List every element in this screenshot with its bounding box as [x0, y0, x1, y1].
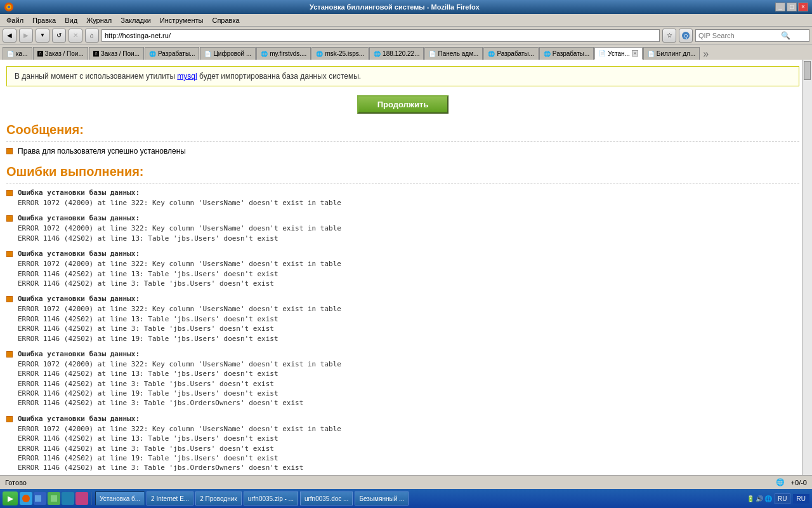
message-bullet	[6, 148, 13, 154]
title-bar: Установка биллинговой системы - Mozilla …	[0, 0, 812, 14]
error-block-5: Ошибка установки базы данных: ERROR 1072…	[6, 415, 799, 475]
tab-msk[interactable]: 🌐 msk-25.isps...	[311, 47, 369, 60]
error-block-4: Ошибка установки базы данных: ERROR 1072…	[6, 350, 799, 408]
error-content-0: Ошибка установки базы данных: ERROR 1072…	[18, 189, 341, 208]
window-controls[interactable]: _ □ ×	[775, 3, 808, 11]
window-title: Установка биллинговой системы - Mozilla …	[14, 3, 775, 11]
error-block-0: Ошибка установки базы данных: ERROR 1072…	[6, 189, 799, 208]
scrollbar-thumb[interactable]	[804, 61, 811, 80]
menu-journal[interactable]: Журнал	[82, 16, 115, 25]
status-text: Готово	[5, 479, 27, 486]
error-content-2: Ошибка установки базы данных: ERROR 1072…	[18, 250, 341, 288]
errors-section: Ошибка установки базы данных: ERROR 1072…	[6, 183, 799, 475]
scrollbar[interactable]	[802, 60, 812, 475]
close-button[interactable]: ×	[798, 3, 808, 11]
error-block-2: Ошибка установки базы данных: ERROR 1072…	[6, 250, 799, 288]
tab-icon: 🌐	[316, 51, 323, 57]
tab-zakaz2[interactable]: 🅰 Заказ / Пои...	[89, 47, 144, 60]
firefox-icon	[4, 2, 14, 12]
back-button[interactable]: ◀	[3, 29, 16, 43]
svg-text:Q: Q	[684, 33, 688, 39]
tab-razrab2[interactable]: 🌐 Разрабаты...	[483, 47, 538, 60]
menu-file[interactable]: Файл	[3, 16, 27, 25]
tab-billing[interactable]: 📄 Биллинг дл...	[643, 47, 700, 60]
status-right: 🌐 +0/-0	[776, 478, 807, 486]
error-bullet	[6, 251, 13, 257]
tab-icon: 🌐	[544, 51, 551, 57]
tab-icon: 📄	[204, 51, 211, 57]
errors-title: Ошибки выполнения:	[6, 164, 799, 179]
error-bullet	[6, 296, 13, 302]
tab-panel[interactable]: 📄 Панель адм...	[424, 47, 483, 60]
page-content: В данный момент с использованием утилиты…	[0, 60, 812, 475]
tab-razrab3[interactable]: 🌐 Разрабаты...	[539, 47, 594, 60]
menu-bookmarks[interactable]: Закладки	[117, 16, 155, 25]
tab-icon: 📄	[7, 51, 14, 57]
error-block-3: Ошибка установки базы данных: ERROR 1072…	[6, 295, 799, 344]
error-content-4: Ошибка установки базы данных: ERROR 1072…	[18, 350, 341, 408]
menu-view[interactable]: Вид	[61, 16, 81, 25]
new-tab-button[interactable]: »	[703, 48, 709, 60]
search-box: 🔍	[695, 29, 809, 42]
menu-tools[interactable]: Инструменты	[156, 16, 207, 25]
maximize-button[interactable]: □	[787, 3, 797, 11]
info-text-after: будет импортированна база данных системы…	[199, 72, 361, 81]
tab-zakaz1[interactable]: 🅰 Заказ / Пои...	[33, 47, 88, 60]
minimize-button[interactable]: _	[775, 3, 785, 11]
status-globe: 🌐	[776, 478, 785, 486]
qip-icon: Q	[679, 29, 693, 43]
tab-icon: 🌐	[374, 51, 381, 57]
menu-help[interactable]: Справка	[208, 16, 243, 25]
error-content-3: Ошибка установки базы данных: ERROR 1072…	[18, 295, 341, 344]
messages-title: Сообщения:	[6, 123, 799, 137]
status-bar: Готово 🌐 +0/-0	[0, 475, 812, 489]
svg-point-2	[8, 6, 10, 8]
menu-edit[interactable]: Правка	[29, 16, 60, 25]
message-item: Права для пользователя успешно установле…	[6, 147, 799, 156]
info-box: В данный момент с использованием утилиты…	[6, 66, 799, 86]
tab-icon: 📄	[599, 50, 606, 57]
navigation-bar: ◀ ▶ ▼ ↺ ✕ ⌂ ☆ Q 🔍	[0, 27, 812, 44]
error-bullet	[6, 215, 13, 222]
error-content-1: Ошибка установки базы данных: ERROR 1072…	[18, 214, 341, 243]
tab-close-button[interactable]: ×	[632, 50, 638, 57]
error-bullet	[6, 416, 13, 422]
tab-icon: 📄	[648, 51, 655, 57]
tab-icon: 🅰	[37, 51, 43, 57]
error-content-5: Ошибка установки базы данных: ERROR 1072…	[18, 415, 341, 475]
search-input[interactable]	[698, 32, 781, 39]
tab-icon: 🌐	[261, 51, 268, 57]
forward-button[interactable]: ▶	[19, 29, 33, 43]
home-button[interactable]: ⌂	[85, 29, 99, 43]
messages-section: Права для пользователя успешно установле…	[6, 141, 799, 156]
bookmark-star[interactable]: ☆	[662, 29, 676, 43]
search-icon[interactable]: 🔍	[781, 31, 790, 40]
menu-bar: Файл Правка Вид Журнал Закладки Инструме…	[0, 14, 812, 27]
tab-icon: 🌐	[149, 51, 156, 57]
reload-button[interactable]: ↺	[52, 29, 66, 43]
tab-ustan[interactable]: 📄 Устан... ×	[594, 47, 643, 60]
tab-ka[interactable]: 📄 ка...	[3, 47, 32, 60]
tab-firstvds[interactable]: 🌐 my.firstvds....	[256, 47, 311, 60]
message-text: Права для пользователя успешно установле…	[18, 147, 186, 156]
status-info: +0/-0	[791, 479, 807, 486]
error-bullet	[6, 351, 13, 358]
mysql-link[interactable]: mysql	[177, 72, 197, 81]
tab-icon: 🌐	[488, 51, 495, 57]
tab-icon: 🅰	[93, 51, 99, 57]
tab-icon: 📄	[429, 51, 436, 57]
continue-button[interactable]: Продолжить	[357, 95, 449, 114]
address-bar[interactable]	[102, 29, 660, 42]
info-text-before: В данный момент с использованием утилиты	[15, 72, 177, 81]
tabs-bar: 📄 ка... 🅰 Заказ / Пои... 🅰 Заказ / Пои..…	[0, 44, 812, 60]
content-area: В данный момент с использованием утилиты…	[0, 60, 812, 475]
error-block-1: Ошибка установки базы данных: ERROR 1072…	[6, 214, 799, 243]
error-bullet	[6, 190, 13, 196]
tab-ip[interactable]: 🌐 188.120.22...	[369, 47, 424, 60]
tab-cifrovoy[interactable]: 📄 Цифровой ...	[200, 47, 256, 60]
dropdown-button[interactable]: ▼	[36, 29, 49, 43]
tab-razrab1[interactable]: 🌐 Разрабаты...	[145, 47, 199, 60]
stop-button[interactable]: ✕	[69, 29, 82, 43]
